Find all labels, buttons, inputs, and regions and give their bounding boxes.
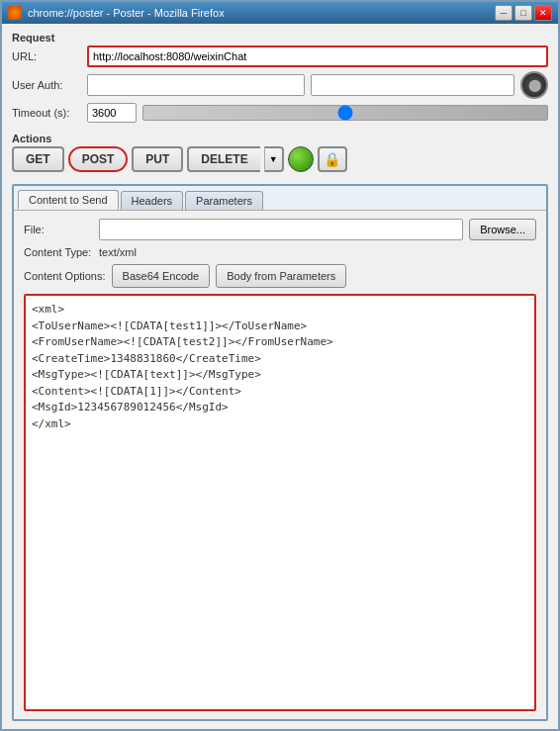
file-row: File: Browse... bbox=[24, 219, 536, 240]
lock-button[interactable]: 🔒 bbox=[318, 146, 347, 172]
timeout-row: Timeout (s): bbox=[12, 103, 548, 123]
delete-dropdown[interactable]: ▼ bbox=[264, 146, 284, 172]
auth-camera-icon: ⬤ bbox=[520, 71, 548, 99]
titlebar: chrome://poster - Poster - Mozilla Firef… bbox=[2, 2, 558, 24]
main-content: Request URL: User Auth: ⬤ Timeout (s): bbox=[2, 24, 558, 729]
tab-panel: Content to Send Headers Parameters File:… bbox=[12, 184, 548, 721]
app-icon bbox=[8, 6, 22, 20]
url-label: URL: bbox=[12, 50, 81, 62]
tab-header: Content to Send Headers Parameters bbox=[14, 186, 546, 210]
put-button[interactable]: PUT bbox=[132, 146, 183, 172]
user-auth-row: User Auth: ⬤ bbox=[12, 71, 548, 99]
body-textarea[interactable] bbox=[24, 294, 536, 711]
user-auth-input[interactable] bbox=[87, 74, 305, 96]
request-section-label: Request bbox=[12, 32, 548, 44]
file-input[interactable] bbox=[99, 219, 463, 240]
content-options-label: Content Options: bbox=[24, 270, 106, 282]
content-type-label: Content Type: bbox=[24, 246, 93, 258]
get-button[interactable]: GET bbox=[12, 146, 64, 172]
window-controls: ─ □ ✕ bbox=[495, 5, 552, 21]
actions-row: GET POST PUT DELETE ▼ 🔒 bbox=[12, 146, 548, 172]
close-button[interactable]: ✕ bbox=[534, 5, 552, 21]
user-auth-label: User Auth: bbox=[12, 79, 81, 91]
content-type-row: Content Type: text/xml bbox=[24, 246, 536, 258]
user-auth-password[interactable] bbox=[311, 74, 514, 96]
timeout-input[interactable] bbox=[87, 103, 137, 123]
timeout-label: Timeout (s): bbox=[12, 107, 81, 119]
app-window: chrome://poster - Poster - Mozilla Firef… bbox=[0, 0, 560, 731]
minimize-button[interactable]: ─ bbox=[495, 5, 513, 21]
actions-section-label: Actions bbox=[12, 133, 548, 144]
file-label: File: bbox=[24, 224, 93, 235]
content-options-row: Content Options: Base64 Encode Body from… bbox=[24, 264, 536, 288]
post-button[interactable]: POST bbox=[68, 146, 129, 172]
request-section: Request URL: User Auth: ⬤ Timeout (s): bbox=[12, 32, 548, 127]
url-row: URL: bbox=[12, 46, 548, 67]
status-indicator bbox=[288, 146, 314, 172]
titlebar-title-group: chrome://poster - Poster - Mozilla Firef… bbox=[8, 6, 225, 20]
maximize-button[interactable]: □ bbox=[514, 5, 532, 21]
timeout-slider[interactable] bbox=[142, 105, 548, 121]
content-type-value: text/xml bbox=[99, 246, 137, 258]
tab-parameters[interactable]: Parameters bbox=[185, 191, 263, 210]
tab-content-to-send[interactable]: Content to Send bbox=[18, 190, 119, 210]
tab-headers[interactable]: Headers bbox=[121, 191, 184, 210]
actions-section: Actions GET POST PUT DELETE ▼ 🔒 bbox=[12, 133, 548, 172]
body-from-params-button[interactable]: Body from Parameters bbox=[216, 264, 346, 288]
url-input[interactable] bbox=[87, 46, 548, 67]
base64-encode-button[interactable]: Base64 Encode bbox=[112, 264, 211, 288]
tab-content-area: File: Browse... Content Type: text/xml C… bbox=[14, 210, 546, 719]
browse-button[interactable]: Browse... bbox=[469, 219, 536, 240]
delete-button[interactable]: DELETE bbox=[187, 146, 259, 172]
window-title: chrome://poster - Poster - Mozilla Firef… bbox=[28, 7, 225, 19]
